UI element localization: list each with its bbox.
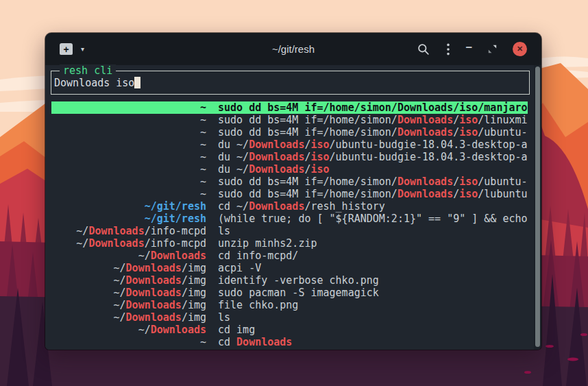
row-command: file chko.png xyxy=(218,299,528,311)
row-command: (while true; do [ "${RANDOM:2:1}" == "9"… xyxy=(218,213,528,225)
history-row[interactable]: ~/Downloads/imgsudo pacman -S imagemagic… xyxy=(51,287,528,299)
row-context: ~/Downloads/info-mcpd xyxy=(51,225,206,237)
row-command: sudo dd bs=4M if=/home/simon/Downloads/i… xyxy=(218,126,528,138)
history-row[interactable]: ~sudo dd bs=4M if=/home/simon/Downloads/… xyxy=(51,188,528,200)
row-command: du ~/Downloads/iso/ubuntu-budgie-18.04.3… xyxy=(218,151,528,163)
row-context: ~ xyxy=(51,126,206,138)
titlebar[interactable]: + ▾ ~/git/resh – xyxy=(45,33,541,65)
resh-box-title: resh cli xyxy=(60,64,116,77)
row-context: ~ xyxy=(51,101,206,114)
history-row[interactable]: ~sudo dd bs=4M if=/home/simon/Downloads/… xyxy=(51,114,528,126)
history-row[interactable]: ~du ~/Downloads/iso/ubuntu-budgie-18.04.… xyxy=(51,151,528,163)
history-row[interactable]: ~/git/resh(while true; do [ "${RANDOM:2:… xyxy=(51,213,528,225)
row-command: sudo dd bs=4M if=/home/simon/Downloads/i… xyxy=(218,176,528,188)
row-context: ~ xyxy=(51,151,206,163)
history-row[interactable]: ~/Downloads/imgidentify -verbose chko.pn… xyxy=(51,274,528,287)
row-command: cd ~/Downloads/resh_history xyxy=(218,200,528,213)
row-command: cd Downloads xyxy=(218,336,528,348)
history-row[interactable]: ~sudo dd bs=4M if=/home/simon/Downloads/… xyxy=(51,176,528,188)
history-row[interactable]: ~/Downloads/info-mcpdls xyxy=(51,225,528,237)
history-list: ~sudo dd bs=4M if=/home/simon/Downloads/… xyxy=(51,101,528,348)
terminal-window: + ▾ ~/git/resh – xyxy=(45,33,541,350)
row-context: ~/Downloads xyxy=(51,250,206,262)
row-context: ~/Downloads/img xyxy=(51,287,206,299)
row-command: cd info-mcpd/ xyxy=(218,250,528,262)
row-context: ~ xyxy=(51,114,206,126)
row-context: ~/Downloads/img xyxy=(51,311,206,324)
row-context: ~/Downloads/info-mcpd xyxy=(51,237,206,250)
row-context: ~/Downloads xyxy=(51,324,206,336)
scrollbar-thumb[interactable] xyxy=(535,67,540,347)
restore-icon[interactable] xyxy=(488,45,497,53)
history-row[interactable]: ~sudo dd bs=4M if=/home/simon/Downloads/… xyxy=(51,126,528,138)
row-context: ~ xyxy=(51,163,206,176)
row-context: ~ xyxy=(51,176,206,188)
row-context: ~/git/resh xyxy=(51,200,206,213)
history-row-selected[interactable]: ~sudo dd bs=4M if=/home/simon/Downloads/… xyxy=(51,101,528,114)
row-command: ls xyxy=(218,225,528,237)
history-row[interactable]: ~/Downloadscd info-mcpd/ xyxy=(51,250,528,262)
row-command: cd img xyxy=(218,324,528,336)
row-command: unzip minhs2.zip xyxy=(218,237,528,250)
text-cursor xyxy=(134,77,140,88)
row-context: ~ xyxy=(51,138,206,151)
history-row[interactable]: ~du ~/Downloads/iso xyxy=(51,163,528,176)
scrollbar-track[interactable] xyxy=(534,65,541,350)
row-command: du ~/Downloads/iso/ubuntu-budgie-18.04.3… xyxy=(218,138,528,151)
row-context: ~ xyxy=(51,188,206,200)
resh-search-box: resh cli Downloads iso xyxy=(51,71,530,95)
row-context: ~/Downloads/img xyxy=(51,274,206,287)
resh-query-text: Downloads iso xyxy=(54,77,134,89)
row-command: acpi -V xyxy=(218,262,528,274)
row-context: ~/Downloads/img xyxy=(51,262,206,274)
row-command: sudo dd bs=4M if=/home/simon/Downloads/i… xyxy=(218,114,528,126)
row-command: sudo dd bs=4M if=/home/simon/Downloads/i… xyxy=(218,101,528,114)
row-command: sudo dd bs=4M if=/home/simon/Downloads/i… xyxy=(218,188,528,200)
row-context: ~/git/resh xyxy=(51,213,206,225)
history-row[interactable]: ~du ~/Downloads/iso/ubuntu-budgie-18.04.… xyxy=(51,138,528,151)
history-row[interactable]: ~/git/reshcd ~/Downloads/resh_history xyxy=(51,200,528,213)
close-icon[interactable]: ✕ xyxy=(513,42,527,56)
row-context: ~/Downloads/img xyxy=(51,299,206,311)
kebab-menu-icon[interactable] xyxy=(446,43,450,56)
history-row[interactable]: ~/Downloads/imgls xyxy=(51,311,528,324)
minimize-icon[interactable]: – xyxy=(466,41,472,57)
row-command: du ~/Downloads/iso xyxy=(218,163,528,176)
history-row[interactable]: ~/Downloads/info-mcpdunzip minhs2.zip xyxy=(51,237,528,250)
history-row[interactable]: ~/Downloads/imgacpi -V xyxy=(51,262,528,274)
history-row[interactable]: ~/Downloads/imgfile chko.png xyxy=(51,299,528,311)
row-command: identify -verbose chko.png xyxy=(218,274,528,287)
row-context: ~ xyxy=(51,336,206,348)
new-tab-icon[interactable]: + xyxy=(60,43,73,55)
search-icon[interactable] xyxy=(417,43,430,56)
row-command: ls xyxy=(218,311,528,324)
row-command: sudo pacman -S imagemagick xyxy=(218,287,528,299)
resh-query-input[interactable]: Downloads iso xyxy=(54,77,140,89)
terminal-content: resh cli Downloads iso ~sudo dd bs=4M if… xyxy=(45,65,541,350)
history-row[interactable]: ~/Downloadscd img xyxy=(51,324,528,336)
history-row[interactable]: ~cd Downloads xyxy=(51,336,528,348)
chevron-down-icon[interactable]: ▾ xyxy=(81,45,84,53)
